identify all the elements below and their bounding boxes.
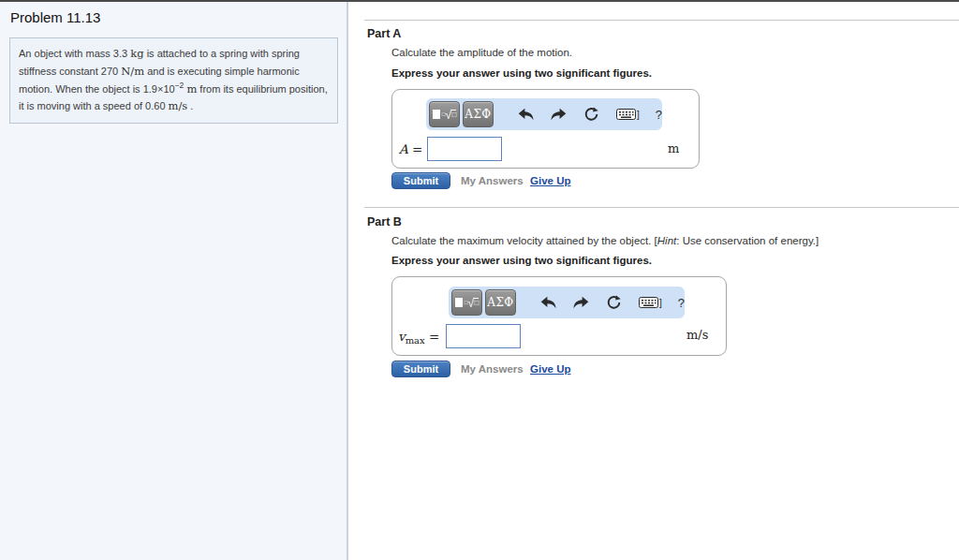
unit-label-a: m bbox=[668, 141, 679, 155]
help-icon[interactable]: ? bbox=[678, 296, 685, 310]
unit-label-b: m/s bbox=[686, 328, 708, 342]
equation-toolbar-a: □√□ ΑΣΦ ] ? bbox=[426, 98, 662, 130]
equation-toolbar-b: □√□ ΑΣΦ ] ? bbox=[449, 287, 685, 318]
keyboard-icon[interactable]: ] bbox=[639, 297, 662, 308]
radical-icon: √ bbox=[445, 109, 451, 121]
hint-word: Hint bbox=[657, 235, 676, 246]
page: Problem 11.13 An object with mass 3.3 kg… bbox=[0, 0, 959, 560]
part-b-description: Calculate the maximum velocity attained … bbox=[391, 235, 819, 246]
exponent: −2 bbox=[175, 81, 184, 90]
answer-label-b: vmax = bbox=[398, 329, 439, 346]
answer-input-b[interactable] bbox=[446, 324, 521, 348]
radical-icon: √ bbox=[467, 297, 474, 309]
part-a-description: Calculate the amplitude of the motion. bbox=[391, 47, 572, 58]
problem-statement-box: An object with mass 3.3 kg is attached t… bbox=[9, 37, 338, 124]
give-up-link-a[interactable]: Give Up bbox=[530, 175, 570, 186]
greek-letters-button[interactable]: ΑΣΦ bbox=[463, 101, 494, 127]
problem-text: An object with mass 3.3 bbox=[19, 48, 130, 59]
part-b-answer-box: □√□ ΑΣΦ ] ? bbox=[391, 276, 727, 356]
unit-n-per-m: N/m bbox=[121, 65, 144, 78]
redo-icon[interactable] bbox=[573, 296, 589, 309]
filled-square-icon bbox=[433, 110, 440, 119]
part-b-header: Part B bbox=[367, 215, 402, 228]
help-icon[interactable]: ? bbox=[656, 108, 662, 122]
undo-icon[interactable] bbox=[518, 108, 534, 121]
reset-icon[interactable] bbox=[606, 295, 622, 311]
give-up-link-b[interactable]: Give Up bbox=[530, 363, 570, 375]
submit-button-a[interactable]: Submit bbox=[391, 172, 450, 189]
part-a-express-instruction: Express your answer using two significan… bbox=[391, 67, 652, 79]
toolbar-icon-row-a: ] ? bbox=[509, 107, 662, 123]
divider-top bbox=[364, 20, 959, 21]
toolbar-icon-row-b: ] ? bbox=[532, 295, 685, 311]
undo-icon[interactable] bbox=[540, 296, 556, 309]
my-answers-link-b[interactable]: My Answers bbox=[461, 363, 524, 375]
answer-input-a[interactable] bbox=[427, 137, 502, 161]
unit-m-per-s: m/s bbox=[169, 99, 188, 112]
divider-parts bbox=[364, 207, 959, 208]
math-template-button[interactable]: □√□ bbox=[451, 289, 482, 316]
answer-label-a: A = bbox=[399, 141, 422, 156]
problem-title: Problem 11.13 bbox=[10, 9, 100, 25]
part-b-express-instruction: Express your answer using two significan… bbox=[391, 255, 652, 266]
redo-icon[interactable] bbox=[551, 108, 567, 121]
part-a-answer-box: □√□ ΑΣΦ ] ? bbox=[391, 89, 700, 169]
math-template-button[interactable]: □√□ bbox=[429, 101, 460, 127]
keyboard-icon[interactable]: ] bbox=[616, 109, 640, 120]
problem-sidebar: Problem 11.13 An object with mass 3.3 kg… bbox=[0, 2, 348, 560]
unit-kg: kg bbox=[130, 47, 143, 60]
filled-square-icon bbox=[455, 298, 463, 307]
submit-button-b[interactable]: Submit bbox=[391, 361, 450, 377]
greek-letters-button[interactable]: ΑΣΦ bbox=[485, 289, 516, 316]
reset-icon[interactable] bbox=[583, 107, 599, 123]
my-answers-link-a[interactable]: My Answers bbox=[461, 175, 524, 186]
part-a-header: Part A bbox=[367, 27, 401, 40]
unit-m: m bbox=[186, 82, 197, 96]
